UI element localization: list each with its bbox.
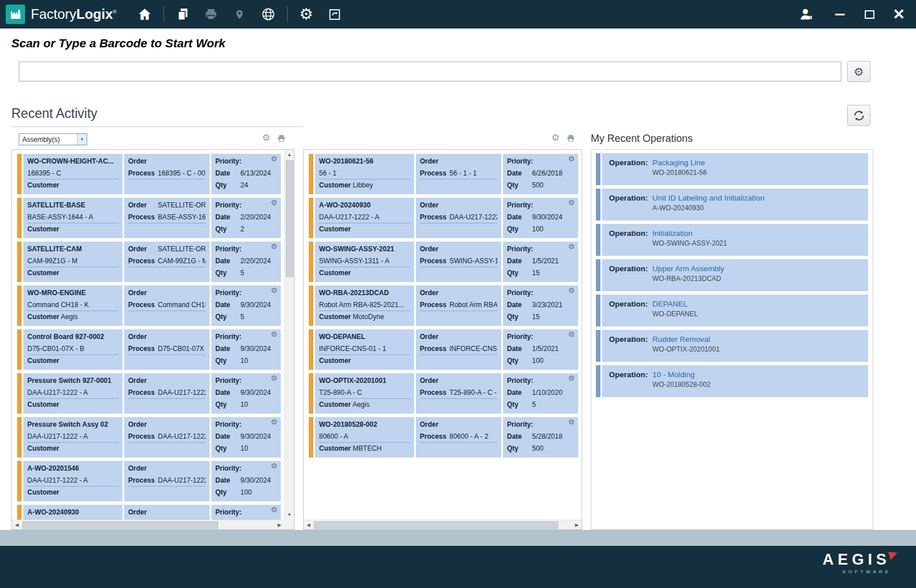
operation-link[interactable]: DEPANEL [652,300,862,308]
horizontal-scroll-thumb[interactable] [314,521,558,529]
work-order-card[interactable]: WO-OPTIX-20201001 T25-890-A - C Customer… [309,373,578,414]
horizontal-scrollbar[interactable]: ◀ ▶ [12,520,284,529]
card-settings-gear-icon[interactable]: ⚙ [271,506,277,513]
scroll-up-button[interactable]: ▲ [285,150,295,160]
operation-link[interactable]: 10 - Molding [652,370,862,379]
customer-label: Customer [319,444,351,452]
recent-operation-item[interactable]: Operation: Packaging Line WO-20180621-56 [596,153,868,185]
work-order-card[interactable]: A-WO-20201546 DAA-U217-1222 - A Customer… [17,461,281,501]
close-button[interactable]: ✕ [889,4,909,24]
work-order-card[interactable]: SATELLITE-BASE BASE-ASSY-1644 - A Custom… [17,198,281,238]
card-settings-gear-icon[interactable]: ⚙ [271,462,277,469]
card-settings-gear-icon[interactable]: ⚙ [271,199,277,206]
column2-print-icon[interactable] [566,134,575,142]
work-order-card[interactable]: Pressure Switch Assy 02 DAA-U217-1222 - … [17,417,281,458]
operation-link[interactable]: Rudder Removal [652,335,862,344]
card-settings-gear-icon[interactable]: ⚙ [568,330,575,338]
card-priority-stripe [17,417,22,458]
print-button[interactable] [202,5,220,24]
minimize-button[interactable] [829,4,850,24]
column1-print-icon[interactable] [277,134,286,142]
card-settings-gear-icon[interactable]: ⚙ [271,374,277,382]
operation-link[interactable]: Upper Arm Assembly [652,264,862,273]
recent-operation-item[interactable]: Operation: Upper Arm Assembly WO-RBA-202… [596,259,868,291]
priority-label: Priority: [507,201,533,209]
card-settings-gear-icon[interactable]: ⚙ [271,243,277,250]
refresh-button[interactable] [847,105,870,126]
card-order-section: Order ProcessDAA-U217-1222... [124,373,210,414]
date-value: 3/23/2021 [532,301,562,309]
column1-settings-gear-icon[interactable]: ⚙ [262,133,270,142]
card-settings-gear-icon[interactable]: ⚙ [568,243,575,250]
work-order-card[interactable]: WO-DEPANEL INFORCE-CNS-01 - 1 Customer O… [309,329,578,370]
priority-label: Priority: [215,201,242,209]
horizontal-scrollbar[interactable]: ◀ ▶ [304,520,582,529]
scan-options-button[interactable]: ⚙ [847,61,870,82]
maximize-button[interactable] [859,4,880,24]
my-recent-operations-panel: Operation: Packaging Line WO-20180621-56… [591,149,873,530]
work-order-card[interactable]: WO-RBA-20213DCAD Robot Arm RBA-825-2021.… [309,285,578,326]
card-identity-section: WO-DEPANEL INFORCE-CNS-01 - 1 Customer [315,329,414,370]
aegis-flag-icon [888,549,899,560]
scan-heading: Scan or Type a Barcode to Start Work [11,36,226,50]
work-order-card[interactable]: WO-20180528-002 80600 - A Customer MBTEC… [309,417,578,458]
assembly-revision: CAM-99Z1G - M [27,255,118,267]
card-settings-gear-icon[interactable]: ⚙ [271,330,277,338]
scroll-right-button[interactable]: ▶ [572,520,582,530]
settings-button[interactable]: ⚙ [297,5,316,24]
operation-stripe [596,153,600,185]
process-label: Process [420,343,449,355]
recent-operation-item[interactable]: Operation: 10 - Molding WO-20180528-002 [596,365,868,397]
web-button[interactable] [259,5,277,24]
work-order-card[interactable]: WO-SWING-ASSY-2021 SWING-ASSY-1311 - A C… [309,242,578,282]
work-order-card[interactable]: A-WO-20240930 Customer Order Process Pri… [17,505,281,520]
home-button[interactable] [136,5,154,24]
recent-operation-item[interactable]: Operation: Unit ID Labeling and Initiali… [596,189,868,220]
card-settings-gear-icon[interactable]: ⚙ [568,287,575,294]
card-settings-gear-icon[interactable]: ⚙ [568,374,575,382]
scroll-left-button[interactable]: ◀ [12,520,22,530]
operation-link[interactable]: Packaging Line [652,158,862,167]
vertical-scrollbar[interactable]: ▲ ▼ [284,150,294,520]
work-order-card[interactable]: SATELLITE-CAM CAM-99Z1G - M Customer Ord… [17,242,281,282]
sync-window-button[interactable] [326,5,344,24]
app-title: FactoryLogix® [31,6,117,22]
globe-icon [261,7,276,22]
work-order-card[interactable]: Control Board 927-0002 D75-CB01-07X - B … [17,329,281,370]
documents-button[interactable] [174,5,192,24]
card-settings-gear-icon[interactable]: ⚙ [271,418,277,426]
scroll-down-button[interactable]: ▼ [285,510,295,520]
assembly-filter-dropdown[interactable]: Assembly(s) ▼ [19,133,87,145]
recent-operation-item[interactable]: Operation: Initialization WO-SWING-ASSY-… [596,224,868,256]
date-value: 9/30/2024 [532,213,562,221]
column2-settings-gear-icon[interactable]: ⚙ [551,133,559,142]
work-order-card[interactable]: WO-20180621-56 56 - 1 Customer Libbey Or… [309,154,578,194]
work-order-card[interactable]: A-WO-20240930 DAA-U217-1222 - A Customer… [309,198,578,238]
operation-link[interactable]: Initialization [652,229,862,238]
card-settings-gear-icon[interactable]: ⚙ [271,155,277,162]
date-value: 1/5/2021 [532,257,559,265]
work-order-card[interactable]: WO-MRO-ENGINE Command CH18 - K Customer … [17,285,281,326]
card-settings-gear-icon[interactable]: ⚙ [271,287,277,294]
customer-label: Customer [27,181,59,189]
horizontal-scroll-thumb[interactable] [22,521,218,529]
card-settings-gear-icon[interactable]: ⚙ [568,418,575,426]
recent-operation-item[interactable]: Operation: DEPANEL WO-DEPANEL [596,295,868,326]
vertical-scroll-thumb[interactable] [286,160,293,277]
sign-out-button[interactable] [797,5,815,24]
barcode-input[interactable] [19,62,841,81]
recent-operation-item[interactable]: Operation: Rudder Removal WO-OPTIX-20201… [596,330,868,362]
scroll-right-button[interactable]: ▶ [275,520,284,530]
work-order-card[interactable]: WO-CROWN-HEIGHT-AC... 168395 - C Custome… [17,154,281,194]
card-schedule-section: Priority: Date9/30/2024 Qty100 [503,198,578,238]
card-settings-gear-icon[interactable]: ⚙ [568,155,575,162]
location-button[interactable] [231,5,249,24]
work-order-card[interactable]: Pressure Switch 927-0001 DAA-U217-1222 -… [17,373,281,414]
card-settings-gear-icon[interactable]: ⚙ [568,199,575,206]
up-arrow-icon: ▲ [287,152,292,157]
assembly-filter-value: Assembly(s) [19,136,77,144]
operation-link[interactable]: Unit ID Labeling and Initialization [652,194,862,202]
scroll-left-button[interactable]: ◀ [304,520,313,530]
titlebar-window-controls: ✕ [792,4,909,24]
work-order-title: WO-OPTIX-20201001 [319,375,410,387]
